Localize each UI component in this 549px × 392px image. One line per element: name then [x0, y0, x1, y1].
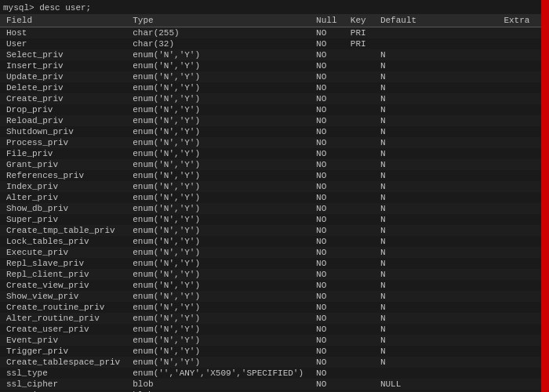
table-row: Create_routine_privenum('N','Y')NON: [0, 302, 549, 313]
terminal-window[interactable]: mysql> desc user; Field Type Null Key De…: [0, 0, 549, 392]
scrollbar-indicator: [541, 0, 549, 392]
table-row: Lock_tables_privenum('N','Y')NON: [0, 236, 549, 247]
cell-key: [344, 71, 374, 82]
cell-null: NO: [310, 258, 344, 269]
table-row: Reload_privenum('N','Y')NON: [0, 115, 549, 126]
cell-field: Process_priv: [0, 137, 126, 148]
cell-key: [344, 203, 374, 214]
table-row: Show_db_privenum('N','Y')NON: [0, 203, 549, 214]
cell-default: N: [374, 49, 497, 60]
table-row: Trigger_privenum('N','Y')NON: [0, 346, 549, 357]
cell-default: N: [374, 159, 497, 170]
cell-type: enum('N','Y'): [126, 247, 310, 258]
cell-type: enum('N','Y'): [126, 236, 310, 247]
table-row: Shutdown_privenum('N','Y')NON: [0, 126, 549, 137]
cell-type: enum('N','Y'): [126, 104, 310, 115]
header-null: Null: [310, 14, 344, 27]
cell-null: NO: [310, 236, 344, 247]
cell-type: enum('N','Y'): [126, 115, 310, 126]
cell-type: enum('','ANY','X509','SPECIFIED'): [126, 368, 310, 379]
cell-field: Alter_priv: [0, 192, 126, 203]
table-row: Select_privenum('N','Y')NON: [0, 49, 549, 60]
cell-default: N: [374, 181, 497, 192]
cell-key: [344, 60, 374, 71]
cell-field: Reload_priv: [0, 115, 126, 126]
cell-type: enum('N','Y'): [126, 192, 310, 203]
cell-type: enum('N','Y'): [126, 203, 310, 214]
table-row: File_privenum('N','Y')NON: [0, 148, 549, 159]
table-row: Process_privenum('N','Y')NON: [0, 137, 549, 148]
cell-default: N: [374, 60, 497, 71]
cell-default: N: [374, 335, 497, 346]
cell-field: Alter_routine_priv: [0, 313, 126, 324]
desc-table: Field Type Null Key Default Extra Hostch…: [0, 14, 549, 392]
cell-key: [344, 93, 374, 104]
cell-null: NO: [310, 38, 344, 49]
table-row: Show_view_privenum('N','Y')NON: [0, 291, 549, 302]
cell-key: [344, 357, 374, 368]
command-line: mysql> desc user;: [0, 0, 549, 14]
table-row: Create_privenum('N','Y')NON: [0, 93, 549, 104]
cell-default: N: [374, 225, 497, 236]
cell-null: NO: [310, 324, 344, 335]
cell-null: NO: [310, 71, 344, 82]
cell-field: Create_user_priv: [0, 324, 126, 335]
cell-null: NO: [310, 137, 344, 148]
table-row: ssl_typeenum('','ANY','X509','SPECIFIED'…: [0, 368, 549, 379]
cell-null: NO: [310, 302, 344, 313]
cell-field: References_priv: [0, 170, 126, 181]
table-row: Create_user_privenum('N','Y')NON: [0, 324, 549, 335]
cell-default: N: [374, 71, 497, 82]
cell-key: [344, 126, 374, 137]
table-row: Execute_privenum('N','Y')NON: [0, 247, 549, 258]
cell-field: Index_priv: [0, 181, 126, 192]
cell-key: [344, 269, 374, 280]
cell-type: enum('N','Y'): [126, 302, 310, 313]
cell-type: enum('N','Y'): [126, 258, 310, 269]
cell-key: [344, 258, 374, 269]
cell-null: NO: [310, 27, 344, 39]
table-row: Event_privenum('N','Y')NON: [0, 335, 549, 346]
cell-type: enum('N','Y'): [126, 357, 310, 368]
cell-null: NO: [310, 203, 344, 214]
table-row: Repl_client_privenum('N','Y')NON: [0, 269, 549, 280]
cell-field: Super_priv: [0, 214, 126, 225]
cell-key: [344, 324, 374, 335]
cell-null: NO: [310, 346, 344, 357]
cell-key: [344, 159, 374, 170]
cell-type: enum('N','Y'): [126, 269, 310, 280]
cell-null: NO: [310, 148, 344, 159]
header-key: Key: [344, 14, 374, 27]
table-row: Create_tmp_table_privenum('N','Y')NON: [0, 225, 549, 236]
cell-default: N: [374, 313, 497, 324]
cell-type: blob: [126, 379, 310, 390]
cell-field: File_priv: [0, 148, 126, 159]
cell-null: NO: [310, 159, 344, 170]
cell-type: enum('N','Y'): [126, 126, 310, 137]
cell-null: NO: [310, 115, 344, 126]
cell-default: NULL: [374, 379, 497, 390]
cell-default: N: [374, 269, 497, 280]
cell-default: N: [374, 214, 497, 225]
cell-null: NO: [310, 225, 344, 236]
cell-field: Host: [0, 27, 126, 39]
cell-key: [344, 368, 374, 379]
cell-default: N: [374, 148, 497, 159]
cell-type: enum('N','Y'): [126, 181, 310, 192]
cell-default: N: [374, 357, 497, 368]
cell-field: Execute_priv: [0, 247, 126, 258]
cell-type: enum('N','Y'): [126, 324, 310, 335]
cell-key: [344, 148, 374, 159]
cell-field: ssl_cipher: [0, 379, 126, 390]
cell-default: [374, 38, 497, 49]
cell-key: [344, 170, 374, 181]
cell-null: NO: [310, 313, 344, 324]
cell-type: char(32): [126, 38, 310, 49]
cell-field: Create_view_priv: [0, 280, 126, 291]
cell-key: [344, 82, 374, 93]
cell-default: N: [374, 302, 497, 313]
cell-key: [344, 379, 374, 390]
header-type: Type: [126, 14, 310, 27]
cell-null: NO: [310, 126, 344, 137]
table-header-row: Field Type Null Key Default Extra: [0, 14, 549, 27]
